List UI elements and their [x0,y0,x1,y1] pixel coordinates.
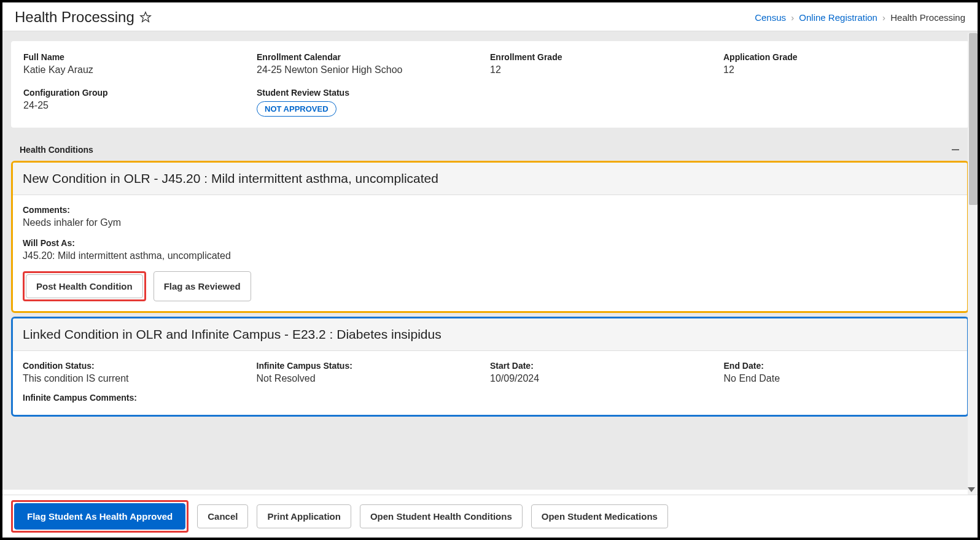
highlight-box-red: Flag Student As Health Approved [11,500,189,533]
content-area: Full Name Katie Kay Arauz Enrollment Cal… [2,31,978,490]
post-health-condition-button[interactable]: Post Health Condition [26,274,143,298]
info-application-grade: Application Grade 12 [723,52,957,75]
will-post-label: Will Post As: [23,238,957,248]
enrollment-calendar-label: Enrollment Calendar [257,52,490,62]
print-application-button[interactable]: Print Application [257,504,351,528]
info-review-status: Student Review Status NOT APPROVED [257,88,490,117]
linked-condition-header: Linked Condition in OLR and Infinite Cam… [13,318,967,351]
section-title: Health Conditions [20,145,93,155]
cancel-button[interactable]: Cancel [197,504,248,528]
application-grade-value: 12 [723,64,957,75]
end-date-label: End Date: [724,361,958,371]
infinite-campus-comments: Infinite Campus Comments: [23,393,957,405]
breadcrumb-online-registration[interactable]: Online Registration [799,12,877,23]
highlight-box-red: Post Health Condition [23,271,146,301]
svg-marker-0 [140,12,150,22]
flag-as-reviewed-button[interactable]: Flag as Reviewed [154,271,251,301]
info-full-name: Full Name Katie Kay Arauz [23,52,257,75]
full-name-label: Full Name [23,52,257,62]
full-name-value: Katie Kay Arauz [23,64,257,75]
chevron-right-icon: › [882,12,885,23]
collapse-icon[interactable] [951,145,960,155]
info-enrollment-grade: Enrollment Grade 12 [490,52,723,75]
condition-status: Condition Status: This condition IS curr… [23,361,257,393]
will-post-value: J45.20: Mild intermittent asthma, uncomp… [23,250,957,261]
open-student-health-conditions-button[interactable]: Open Student Health Conditions [360,504,523,528]
enrollment-calendar-value: 24-25 Newton Senior High Schoo [257,64,490,75]
status-badge: NOT APPROVED [257,101,336,117]
chevron-right-icon: › [791,12,794,23]
config-group-value: 24-25 [23,100,257,111]
info-enrollment-calendar: Enrollment Calendar 24-25 Newton Senior … [257,52,490,75]
info-config-group: Configuration Group 24-25 [23,88,257,117]
flag-student-approved-button[interactable]: Flag Student As Health Approved [14,503,185,530]
campus-status-label: Infinite Campus Status: [257,361,491,371]
page-header: Health Processing Census › Online Regist… [2,2,978,31]
scroll-down-arrow-icon[interactable] [968,487,975,492]
enrollment-grade-value: 12 [490,64,723,75]
scrollbar-track[interactable] [968,33,978,495]
end-date-value: No End Date [724,373,958,384]
condition-status-value: This condition IS current [23,373,257,384]
page-title: Health Processing [15,9,134,26]
breadcrumb-census[interactable]: Census [755,12,786,23]
comments-value: Needs inhaler for Gym [23,217,957,228]
review-status-label: Student Review Status [257,88,490,98]
enrollment-grade-label: Enrollment Grade [490,52,723,62]
student-info-card: Full Name Katie Kay Arauz Enrollment Cal… [11,41,969,128]
config-group-label: Configuration Group [23,88,257,98]
application-grade-label: Application Grade [723,52,957,62]
campus-status-value: Not Resolved [257,373,491,384]
end-date: End Date: No End Date [724,361,958,393]
favorite-star-icon[interactable] [139,11,152,23]
comments-label: Comments: [23,205,957,215]
new-condition-header: New Condition in OLR - J45.20 : Mild int… [13,163,967,195]
open-student-medications-button[interactable]: Open Student Medications [531,504,668,528]
breadcrumb-current: Health Processing [890,12,965,23]
start-date-value: 10/09/2024 [490,373,724,384]
health-conditions-section-bar[interactable]: Health Conditions [11,139,969,161]
start-date: Start Date: 10/09/2024 [490,361,724,393]
infinite-campus-status: Infinite Campus Status: Not Resolved [257,361,491,393]
new-condition-card: New Condition in OLR - J45.20 : Mild int… [11,161,969,313]
start-date-label: Start Date: [490,361,724,371]
condition-status-label: Condition Status: [23,361,257,371]
campus-comments-label: Infinite Campus Comments: [23,393,957,403]
breadcrumb: Census › Online Registration › Health Pr… [755,12,965,23]
action-footer: Flag Student As Health Approved Cancel P… [2,495,978,538]
scrollbar-thumb[interactable] [969,33,978,205]
linked-condition-card: Linked Condition in OLR and Infinite Cam… [11,317,969,417]
